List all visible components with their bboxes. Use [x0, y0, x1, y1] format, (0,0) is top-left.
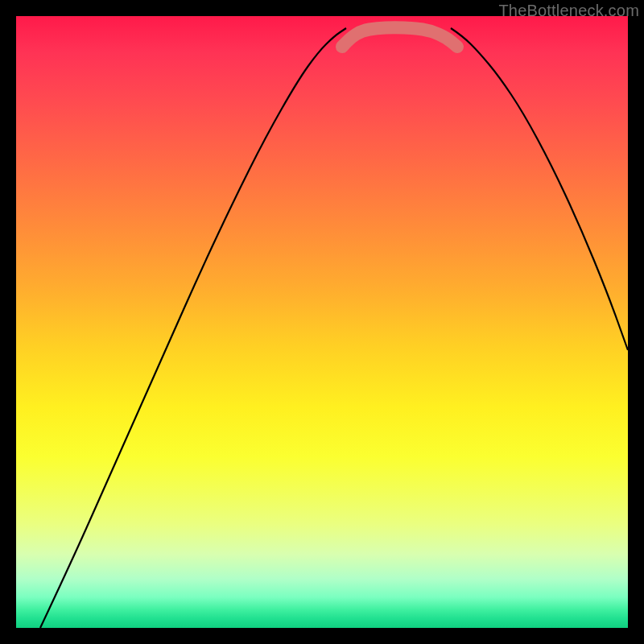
bottleneck-curve-left [40, 28, 346, 628]
watermark-text: TheBottleneck.com [498, 2, 639, 20]
chart-svg [16, 16, 628, 628]
valley-blob [342, 27, 457, 47]
chart-frame: TheBottleneck.com [0, 0, 644, 644]
bottleneck-curve-right [451, 28, 628, 350]
